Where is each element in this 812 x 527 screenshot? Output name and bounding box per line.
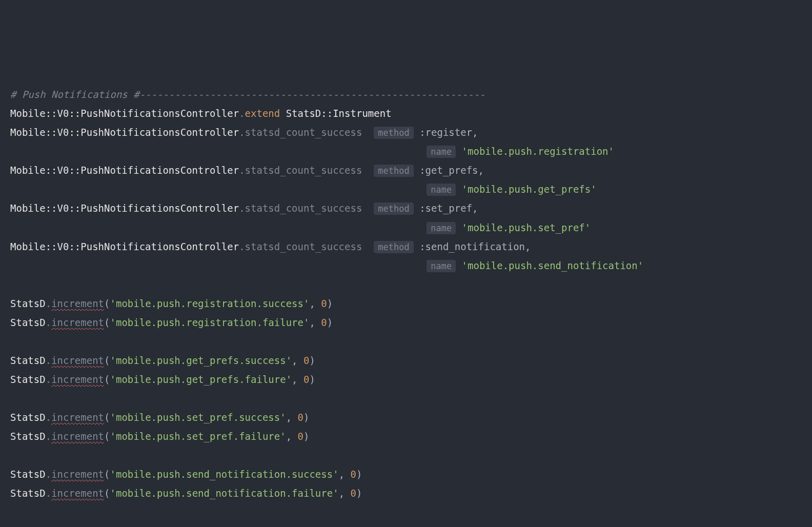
controller-path: Mobile::V0::PushNotificationsController xyxy=(10,127,239,138)
blank-line xyxy=(10,332,802,351)
symbol: :set_pref xyxy=(419,202,472,214)
number: 0 xyxy=(351,488,356,499)
string: 'mobile.push.set_pref' xyxy=(462,222,591,233)
code-line-increment: StatsD.increment('mobile.push.send_notif… xyxy=(10,484,802,503)
statsd-class: StatsD xyxy=(10,469,46,480)
number: 0 xyxy=(298,431,303,442)
increment-method: increment xyxy=(51,412,104,423)
statsd-class: StatsD xyxy=(10,317,46,328)
code-line-increment: StatsD.increment('mobile.push.get_prefs.… xyxy=(10,370,802,389)
code-line-increment: StatsD.increment('mobile.push.registrati… xyxy=(10,313,802,332)
statsd-class: StatsD xyxy=(10,298,46,309)
code-line-cont: name 'mobile.push.set_pref' xyxy=(10,218,802,237)
symbol: :register xyxy=(419,127,472,138)
increment-method: increment xyxy=(51,374,104,385)
increment-method: increment xyxy=(51,469,104,480)
increment-method: increment xyxy=(51,355,104,366)
string: 'mobile.push.send_notification.success' xyxy=(110,469,339,480)
code-line: Mobile::V0::PushNotificationsController.… xyxy=(10,199,802,218)
code-line: Mobile::V0::PushNotificationsController.… xyxy=(10,237,802,256)
increment-method: increment xyxy=(51,431,104,442)
controller-path: Mobile::V0::PushNotificationsController xyxy=(10,108,239,119)
string: 'mobile.push.set_pref.failure' xyxy=(110,431,286,442)
code-line-increment: StatsD.increment('mobile.push.get_prefs.… xyxy=(10,351,802,370)
param-tag-method: method xyxy=(374,241,413,253)
extend-keyword: extend xyxy=(245,108,280,119)
code-line-cont: name 'mobile.push.get_prefs' xyxy=(10,180,802,199)
string: 'mobile.push.registration' xyxy=(462,146,614,157)
code-line-increment: StatsD.increment('mobile.push.send_notif… xyxy=(10,465,802,484)
code-line-cont: name 'mobile.push.registration' xyxy=(10,142,802,161)
number: 0 xyxy=(351,469,356,480)
instrument-class: StatsD::Instrument xyxy=(286,108,392,119)
statsd-method: statsd_count_success xyxy=(245,165,362,176)
symbol: :send_notification xyxy=(419,241,525,252)
param-tag-method: method xyxy=(374,202,413,215)
param-tag-name: name xyxy=(427,222,456,234)
string: 'mobile.push.get_prefs.success' xyxy=(110,355,292,366)
code-line-extend: Mobile::V0::PushNotificationsController.… xyxy=(10,104,802,123)
number: 0 xyxy=(303,355,309,366)
param-tag-name: name xyxy=(427,146,456,158)
statsd-class: StatsD xyxy=(10,431,46,442)
increment-method: increment xyxy=(51,317,104,328)
statsd-class: StatsD xyxy=(10,488,46,499)
statsd-method: statsd_count_success xyxy=(245,202,362,214)
comment-text: # Push Notifications #------------------… xyxy=(10,89,485,100)
code-line-increment: StatsD.increment('mobile.push.set_pref.f… xyxy=(10,427,802,446)
blank-line xyxy=(10,275,802,294)
statsd-class: StatsD xyxy=(10,355,46,366)
number: 0 xyxy=(298,412,303,423)
controller-path: Mobile::V0::PushNotificationsController xyxy=(10,165,239,176)
param-tag-name: name xyxy=(427,184,456,196)
param-tag-name: name xyxy=(427,260,456,272)
code-line-cont: name 'mobile.push.send_notification' xyxy=(10,256,802,275)
statsd-method: statsd_count_success xyxy=(245,241,362,252)
code-line: Mobile::V0::PushNotificationsController.… xyxy=(10,123,802,142)
comment-line: # Push Notifications #------------------… xyxy=(10,85,802,104)
string: 'mobile.push.set_pref.success' xyxy=(110,412,286,423)
code-line: Mobile::V0::PushNotificationsController.… xyxy=(10,161,802,180)
code-line-increment: StatsD.increment('mobile.push.set_pref.s… xyxy=(10,408,802,427)
statsd-method: statsd_count_success xyxy=(245,127,362,138)
string: 'mobile.push.registration.success' xyxy=(110,298,310,309)
increment-method: increment xyxy=(51,298,104,309)
controller-path: Mobile::V0::PushNotificationsController xyxy=(10,202,239,214)
statsd-class: StatsD xyxy=(10,374,46,385)
string: 'mobile.push.get_prefs.failure' xyxy=(110,374,292,385)
number: 0 xyxy=(321,298,327,309)
controller-path: Mobile::V0::PushNotificationsController xyxy=(10,241,239,252)
string: 'mobile.push.send_notification.failure' xyxy=(110,488,339,499)
statsd-class: StatsD xyxy=(10,412,46,423)
symbol: :get_prefs xyxy=(419,165,478,176)
code-editor[interactable]: # Push Notifications #------------------… xyxy=(10,85,802,503)
number: 0 xyxy=(321,317,327,328)
code-line-increment: StatsD.increment('mobile.push.registrati… xyxy=(10,294,802,313)
string: 'mobile.push.send_notification' xyxy=(462,260,644,271)
number: 0 xyxy=(303,374,309,385)
param-tag-method: method xyxy=(374,127,413,139)
blank-line xyxy=(10,446,802,465)
string: 'mobile.push.get_prefs' xyxy=(462,184,597,195)
param-tag-method: method xyxy=(374,165,413,177)
blank-line xyxy=(10,389,802,408)
increment-method: increment xyxy=(51,488,104,499)
string: 'mobile.push.registration.failure' xyxy=(110,317,310,328)
